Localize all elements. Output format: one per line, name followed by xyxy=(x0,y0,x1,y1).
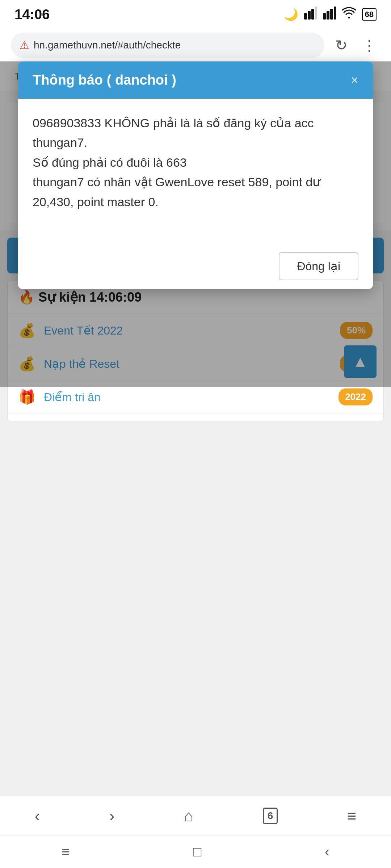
event-name-3[interactable]: Điểm tri ân xyxy=(44,390,331,404)
status-icons: 🌙 68 xyxy=(284,7,377,22)
svg-rect-6 xyxy=(330,9,333,20)
sys-menu-icon[interactable]: ≡ xyxy=(62,844,70,860)
svg-rect-7 xyxy=(334,7,336,20)
warning-icon: ⚠ xyxy=(20,39,29,51)
modal-footer: Đóng lại xyxy=(18,243,373,289)
modal-body: 0968903833 KHÔNG phải là là số đăng ký c… xyxy=(18,99,373,243)
svg-rect-2 xyxy=(311,9,314,20)
svg-rect-3 xyxy=(315,7,317,20)
reload-button[interactable]: ↻ xyxy=(332,33,351,57)
event-icon-3: 🎁 xyxy=(18,389,37,405)
svg-rect-1 xyxy=(308,11,311,20)
forward-icon: › xyxy=(109,807,115,825)
modal-title: Thông báo ( danchoi ) xyxy=(33,72,176,88)
svg-rect-0 xyxy=(304,13,307,20)
svg-rect-4 xyxy=(323,13,326,20)
spacer xyxy=(0,425,391,497)
signal-icon-1 xyxy=(304,7,317,22)
nav-back-button[interactable]: ‹ xyxy=(24,802,51,830)
event-badge-3: 2022 xyxy=(339,388,373,405)
modal-close-x[interactable]: × xyxy=(351,73,358,88)
battery-icon: 68 xyxy=(362,8,377,21)
wifi-icon xyxy=(342,7,356,22)
nav-home-button[interactable]: ⌂ xyxy=(173,802,205,830)
url-bar[interactable]: ⚠ hn.gamethuvn.net/#auth/checkte xyxy=(11,33,324,58)
status-bar: 14:06 🌙 xyxy=(0,0,391,29)
modal-header: Thông báo ( danchoi ) × xyxy=(18,61,373,99)
nav-tabs-button[interactable]: 6 xyxy=(252,803,289,829)
modal-overlay: Thông báo ( danchoi ) × 0968903833 KHÔNG… xyxy=(0,61,391,387)
browser-nav-bar: ‹ › ⌂ 6 ≡ xyxy=(0,796,391,835)
more-menu-button[interactable]: ⋮ xyxy=(358,33,380,57)
sys-back-icon[interactable]: ‹ xyxy=(325,844,329,860)
nav-forward-button[interactable]: › xyxy=(98,802,126,830)
close-modal-button[interactable]: Đóng lại xyxy=(279,252,358,280)
modal-message: 0968903833 KHÔNG phải là là số đăng ký c… xyxy=(33,113,358,212)
moon-icon: 🌙 xyxy=(284,8,298,21)
sys-home-icon[interactable]: □ xyxy=(193,844,201,860)
tabs-badge: 6 xyxy=(263,808,278,824)
browser-bar: ⚠ hn.gamethuvn.net/#auth/checkte ↻ ⋮ xyxy=(0,29,391,61)
menu-icon: ≡ xyxy=(347,807,357,825)
url-text: hn.gamethuvn.net/#auth/checkte xyxy=(34,39,181,51)
modal-dialog: Thông báo ( danchoi ) × 0968903833 KHÔNG… xyxy=(18,61,373,289)
svg-rect-5 xyxy=(327,11,329,20)
system-nav-bar: ≡ □ ‹ xyxy=(0,835,391,868)
nav-menu-button[interactable]: ≡ xyxy=(336,802,367,830)
signal-icon-2 xyxy=(323,7,336,22)
home-icon: ⌂ xyxy=(184,807,194,825)
battery-level: 68 xyxy=(365,10,374,19)
main-content: Tên tài khoản Mã xác thực 919 Kiểm tra T… xyxy=(0,61,391,497)
back-icon: ‹ xyxy=(35,807,40,825)
status-time: 14:06 xyxy=(14,7,50,22)
